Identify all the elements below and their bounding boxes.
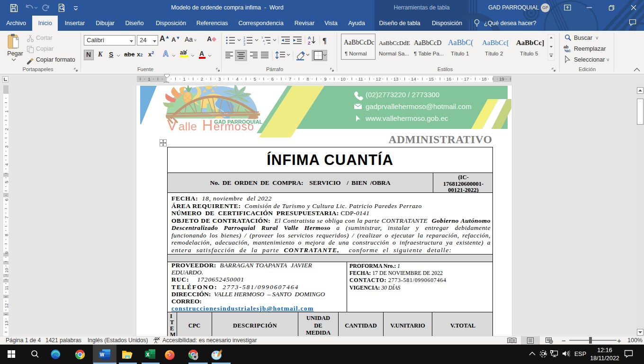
svg-text:16: 16	[447, 76, 452, 82]
svg-text:10: 10	[340, 76, 346, 82]
svg-text:1: 1	[4, 110, 9, 113]
svg-text:11: 11	[4, 286, 9, 291]
svg-text:19: 19	[499, 76, 504, 82]
svg-text:4: 4	[4, 163, 9, 165]
svg-text:¶: ¶	[322, 36, 327, 45]
svg-text:2: 2	[4, 128, 9, 130]
svg-text:8: 8	[4, 234, 9, 236]
svg-text:W: W	[100, 352, 105, 357]
svg-text:1: 1	[183, 76, 186, 82]
svg-text:12: 12	[4, 303, 9, 309]
svg-text:13: 13	[394, 76, 399, 82]
svg-text:2: 2	[243, 39, 245, 43]
svg-text:15: 15	[429, 76, 434, 82]
svg-text:A: A	[207, 35, 212, 43]
svg-text:1: 1	[148, 76, 150, 82]
svg-text:H: H	[202, 117, 213, 134]
svg-text:9: 9	[4, 252, 9, 254]
svg-text:4: 4	[236, 76, 238, 82]
svg-text:(02)2773220 / 2773300: (02)2773220 / 2773300	[366, 91, 439, 99]
svg-text:alle: alle	[179, 120, 197, 133]
svg-text:9: 9	[324, 76, 327, 82]
svg-text:GAD PARROQUIAL: GAD PARROQUIAL	[214, 119, 263, 125]
svg-text:ac: ac	[566, 48, 571, 53]
svg-text:3: 3	[4, 146, 9, 148]
svg-text:3: 3	[243, 43, 245, 46]
svg-text:5: 5	[254, 76, 256, 82]
svg-text:10: 10	[4, 268, 9, 273]
svg-text:7: 7	[4, 216, 9, 218]
svg-text:gadprvallehermoso@hotmail.com: gadprvallehermoso@hotmail.com	[366, 102, 472, 110]
svg-text:12: 12	[376, 76, 381, 82]
svg-text:18: 18	[482, 76, 487, 82]
svg-text:www.vallehermoso.gob.ec: www.vallehermoso.gob.ec	[365, 114, 448, 122]
svg-text:5: 5	[4, 181, 9, 183]
svg-text:13: 13	[4, 321, 9, 326]
svg-text:17: 17	[464, 76, 469, 82]
svg-text:2: 2	[201, 76, 203, 82]
svg-text:i: i	[264, 43, 265, 46]
svg-text:6: 6	[271, 76, 274, 82]
svg-text:7: 7	[289, 76, 291, 82]
svg-text:V: V	[167, 117, 177, 134]
svg-text:X: X	[146, 352, 149, 357]
svg-text:11: 11	[358, 76, 363, 82]
svg-text:A: A	[308, 36, 311, 40]
svg-text:6: 6	[4, 199, 9, 201]
svg-text:1: 1	[261, 36, 263, 39]
svg-text:Z: Z	[308, 41, 311, 46]
svg-text:1: 1	[243, 36, 245, 39]
svg-text:3: 3	[218, 76, 221, 82]
svg-text:a: a	[263, 39, 265, 42]
svg-text:8: 8	[306, 76, 309, 82]
svg-text:14: 14	[411, 76, 416, 82]
